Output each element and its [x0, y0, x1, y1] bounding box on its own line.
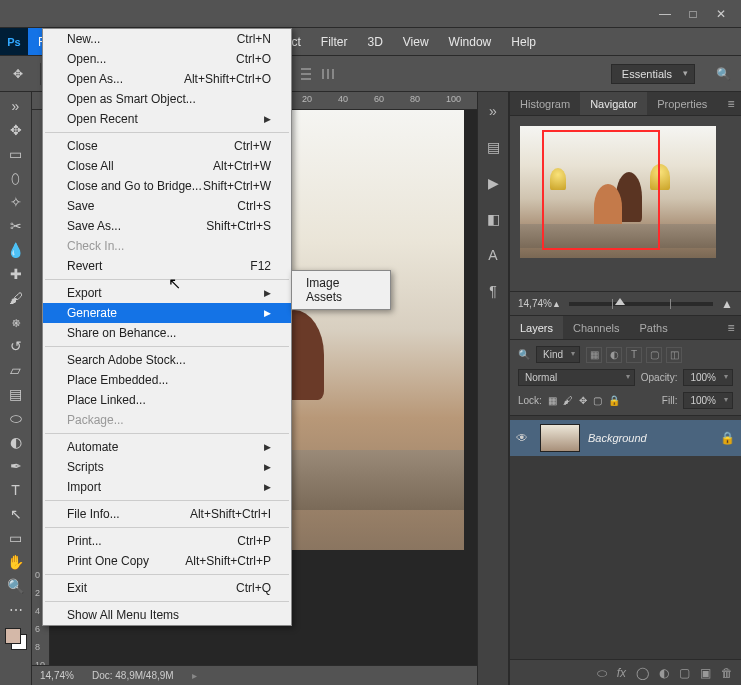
move-tool-icon[interactable]: ✥	[2, 118, 30, 142]
minimize-button[interactable]: —	[651, 4, 679, 24]
eraser-tool-icon[interactable]: ▱	[2, 358, 30, 382]
filter-kind-icon[interactable]: 🔍	[518, 349, 530, 360]
menu-view[interactable]: View	[393, 28, 439, 55]
menu-item-search-adobe-stock[interactable]: Search Adobe Stock...	[43, 350, 291, 370]
layer-name[interactable]: Background	[588, 432, 647, 444]
menu-item-generate[interactable]: Generate▶	[43, 303, 291, 323]
filter-pixel-icon[interactable]: ▦	[586, 347, 602, 363]
tab-navigator[interactable]: Navigator	[580, 92, 647, 115]
navigator-viewport-rect[interactable]	[542, 130, 660, 250]
menu-window[interactable]: Window	[439, 28, 502, 55]
nav-zoom-value[interactable]: 14,74%	[518, 298, 552, 309]
menu-item-place-linked[interactable]: Place Linked...	[43, 390, 291, 410]
new-layer-icon[interactable]: ▣	[700, 666, 711, 680]
menu-item-open-recent[interactable]: Open Recent▶	[43, 109, 291, 129]
layer-mask-icon[interactable]: ◯	[636, 666, 649, 680]
menu-item-close[interactable]: CloseCtrl+W	[43, 136, 291, 156]
menu-item-save-as[interactable]: Save As...Shift+Ctrl+S	[43, 216, 291, 236]
dodge-tool-icon[interactable]: ◐	[2, 430, 30, 454]
play-icon[interactable]: ▶	[484, 174, 502, 192]
healing-brush-icon[interactable]: ✚	[2, 262, 30, 286]
lock-transparency-icon[interactable]: ▦	[548, 395, 557, 406]
blend-mode-dropdown[interactable]: Normal	[518, 369, 635, 386]
collapse-icon[interactable]: »	[484, 102, 502, 120]
tab-toggle-icon[interactable]: »	[2, 94, 30, 118]
lock-all-icon[interactable]: 🔒	[608, 395, 620, 406]
menu-item-import[interactable]: Import▶	[43, 477, 291, 497]
menu-item-close-and-go-to-bridge[interactable]: Close and Go to Bridge...Shift+Ctrl+W	[43, 176, 291, 196]
maximize-button[interactable]: □	[679, 4, 707, 24]
tab-properties[interactable]: Properties	[647, 92, 717, 115]
menu-item-print[interactable]: Print...Ctrl+P	[43, 531, 291, 551]
menu-item-file-info[interactable]: File Info...Alt+Shift+Ctrl+I	[43, 504, 291, 524]
menu-item-share-on-behance[interactable]: Share on Behance...	[43, 323, 291, 343]
menu-item-new[interactable]: New...Ctrl+N	[43, 29, 291, 49]
tab-layers[interactable]: Layers	[510, 316, 563, 339]
layer-thumbnail[interactable]	[540, 424, 580, 452]
fill-value[interactable]: 100%	[683, 392, 733, 409]
crop-tool-icon[interactable]: ✂	[2, 214, 30, 238]
character-icon[interactable]: A	[484, 246, 502, 264]
gradient-tool-icon[interactable]: ▤	[2, 382, 30, 406]
lock-position-icon[interactable]: ✥	[579, 395, 587, 406]
search-icon[interactable]: 🔍	[713, 64, 733, 84]
menu-item-place-embedded[interactable]: Place Embedded...	[43, 370, 291, 390]
shape-tool-icon[interactable]: ▭	[2, 526, 30, 550]
distribute-icon[interactable]	[297, 65, 315, 83]
type-tool-icon[interactable]: T	[2, 478, 30, 502]
nav-zoom-slider[interactable]	[569, 302, 713, 306]
visibility-icon[interactable]: 👁	[516, 431, 532, 445]
filter-type-icon[interactable]: T	[626, 347, 642, 363]
lock-icon[interactable]: 🔒	[720, 431, 735, 445]
magic-wand-icon[interactable]: ✧	[2, 190, 30, 214]
menu-item-open-as-smart-object[interactable]: Open as Smart Object...	[43, 89, 291, 109]
workspace-switcher[interactable]: Essentials	[611, 64, 695, 84]
menu-item-save[interactable]: SaveCtrl+S	[43, 196, 291, 216]
link-layers-icon[interactable]: ⬭	[597, 666, 607, 680]
close-button[interactable]: ✕	[707, 4, 735, 24]
layer-fx-icon[interactable]: fx	[617, 666, 626, 680]
menu-help[interactable]: Help	[501, 28, 546, 55]
zoom-tool-icon[interactable]: 🔍	[2, 574, 30, 598]
filter-kind-dropdown[interactable]: Kind	[536, 346, 580, 363]
filter-adjust-icon[interactable]: ◐	[606, 347, 622, 363]
layer-row-background[interactable]: 👁 Background 🔒	[510, 420, 741, 456]
history-brush-icon[interactable]: ↺	[2, 334, 30, 358]
group-icon[interactable]: ▢	[679, 666, 690, 680]
panel-menu-icon[interactable]: ≡	[721, 316, 741, 339]
menu-item-exit[interactable]: ExitCtrl+Q	[43, 578, 291, 598]
menu-item-export[interactable]: Export▶	[43, 283, 291, 303]
libraries-icon[interactable]: ▤	[484, 138, 502, 156]
delete-layer-icon[interactable]: 🗑	[721, 666, 733, 680]
eyedropper-icon[interactable]: 💧	[2, 238, 30, 262]
brush-tool-icon[interactable]: 🖌	[2, 286, 30, 310]
menu-item-scripts[interactable]: Scripts▶	[43, 457, 291, 477]
menu-item-show-all-menu-items[interactable]: Show All Menu Items	[43, 605, 291, 625]
menu-item-close-all[interactable]: Close AllAlt+Ctrl+W	[43, 156, 291, 176]
adjustment-layer-icon[interactable]: ◐	[659, 666, 669, 680]
filter-shape-icon[interactable]: ▢	[646, 347, 662, 363]
lock-pixels-icon[interactable]: 🖌	[563, 395, 573, 406]
menu-item-print-one-copy[interactable]: Print One CopyAlt+Shift+Ctrl+P	[43, 551, 291, 571]
menu-item-open-as[interactable]: Open As...Alt+Shift+Ctrl+O	[43, 69, 291, 89]
tab-paths[interactable]: Paths	[630, 316, 678, 339]
move-tool-icon[interactable]: ✥	[8, 64, 28, 84]
edit-toolbar-icon[interactable]: ⋯	[2, 598, 30, 622]
tab-histogram[interactable]: Histogram	[510, 92, 580, 115]
zoom-level[interactable]: 14,74%	[40, 670, 74, 681]
zoom-out-icon[interactable]: ▲	[552, 299, 561, 309]
fg-color-swatch[interactable]	[5, 628, 21, 644]
distribute-icon[interactable]	[319, 65, 337, 83]
hand-tool-icon[interactable]: ✋	[2, 550, 30, 574]
tab-channels[interactable]: Channels	[563, 316, 629, 339]
menu-item-revert[interactable]: RevertF12	[43, 256, 291, 276]
blur-tool-icon[interactable]: ⬭	[2, 406, 30, 430]
color-swatches[interactable]	[5, 628, 27, 650]
adjustments-icon[interactable]: ◧	[484, 210, 502, 228]
zoom-in-icon[interactable]: ▲	[721, 297, 733, 311]
menu-item-open[interactable]: Open...Ctrl+O	[43, 49, 291, 69]
path-select-icon[interactable]: ↖	[2, 502, 30, 526]
lasso-tool-icon[interactable]: ⬯	[2, 166, 30, 190]
filter-smart-icon[interactable]: ◫	[666, 347, 682, 363]
panel-menu-icon[interactable]: ≡	[721, 92, 741, 115]
